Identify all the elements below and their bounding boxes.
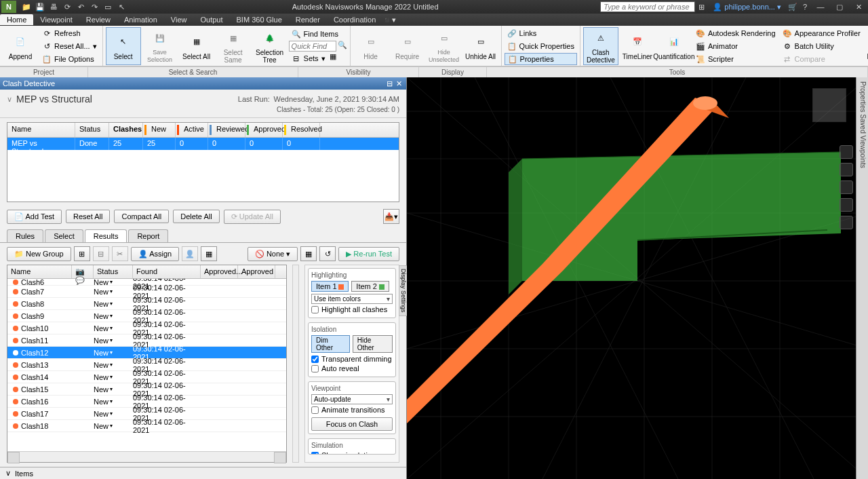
tab-coordination[interactable]: Coordination bbox=[327, 14, 382, 25]
animator-button[interactable]: 🎬Animator bbox=[693, 40, 778, 52]
batch-utility-button[interactable]: ⚙Batch Utility bbox=[780, 40, 863, 52]
rth-approvedby[interactable]: Approved... bbox=[201, 265, 238, 278]
th-reviewed[interactable]: Reviewed bbox=[208, 123, 245, 137]
focus-on-clash-button[interactable]: Focus on Clash bbox=[311, 417, 393, 431]
qat-cursor-icon[interactable]: ↖ bbox=[115, 1, 127, 12]
select-all-button[interactable]: ▦Select All bbox=[179, 27, 214, 65]
search-icon[interactable]: 🔍 bbox=[338, 41, 347, 52]
nav-look-icon[interactable] bbox=[840, 216, 853, 229]
th-name[interactable]: Name bbox=[7, 123, 75, 137]
import-export-button[interactable]: 📥▾ bbox=[383, 209, 399, 224]
cart-icon[interactable]: 🛒 bbox=[787, 1, 799, 12]
rerun-test-button[interactable]: ▶ Re-run Test bbox=[338, 247, 399, 261]
isolate-icon[interactable]: ▦ bbox=[300, 246, 317, 261]
tab-home[interactable]: Home bbox=[0, 14, 33, 25]
subtab-rules[interactable]: Rules bbox=[7, 229, 43, 242]
datatools-button[interactable]: 🗄DataTools bbox=[865, 27, 868, 65]
transparent-dimming-checkbox[interactable]: Transparent dimming bbox=[311, 355, 393, 363]
user-menu[interactable]: 👤 philippe.bonn... ▾ bbox=[707, 3, 787, 12]
panel-close-icon[interactable]: ✕ bbox=[394, 79, 403, 88]
unassign-icon[interactable]: 👤 bbox=[182, 246, 198, 261]
results-vscroll[interactable] bbox=[292, 265, 299, 463]
qat-save-icon[interactable]: 💾 bbox=[34, 1, 46, 12]
th-resolved[interactable]: Resolved bbox=[283, 123, 320, 137]
hide-button[interactable]: ▭Hide bbox=[353, 27, 389, 65]
group-icon[interactable]: ⊞ bbox=[74, 246, 90, 261]
select-button[interactable]: ↖Select bbox=[106, 27, 141, 65]
3d-viewport[interactable]: Properties Saved Viewpoints bbox=[407, 77, 868, 479]
appearance-profiler-button[interactable]: 🎨Appearance Profiler bbox=[780, 27, 863, 39]
append-button[interactable]: 📄Append bbox=[3, 27, 38, 65]
rth-name[interactable]: Name bbox=[7, 265, 72, 278]
links-button[interactable]: 🔗Links bbox=[505, 27, 577, 39]
items-bar[interactable]: ∨ Items bbox=[0, 467, 406, 479]
th-status[interactable]: Status bbox=[75, 123, 109, 137]
nav-orbit-icon[interactable] bbox=[840, 198, 853, 212]
qat-redo-icon[interactable]: ↷ bbox=[88, 1, 100, 12]
restore-button[interactable]: ▢ bbox=[830, 1, 849, 13]
items-expand-icon[interactable]: ∨ bbox=[5, 469, 11, 478]
nav-wheel-icon[interactable] bbox=[840, 145, 853, 159]
hide-other-toggle[interactable]: Hide Other bbox=[353, 335, 393, 353]
qat-select-icon[interactable]: ▭ bbox=[102, 1, 114, 12]
tests-row[interactable]: MEP vs Structural Done 25 25 0 0 0 0 bbox=[7, 138, 399, 150]
subtab-select[interactable]: Select bbox=[45, 229, 83, 242]
highlight-all-checkbox[interactable]: Highlight all clashes bbox=[311, 305, 393, 313]
th-clashes[interactable]: Clashes bbox=[109, 123, 143, 137]
results-hscroll[interactable] bbox=[7, 451, 286, 462]
filter-icon[interactable]: ▦ bbox=[201, 246, 217, 261]
rth-approved[interactable]: Approved bbox=[238, 265, 275, 278]
delete-all-button[interactable]: Delete All bbox=[173, 210, 219, 223]
sets-extra-icon[interactable]: ▦ bbox=[330, 52, 336, 64]
dim-other-toggle[interactable]: Dim Other bbox=[311, 335, 350, 353]
panel-header[interactable]: Clash Detective ⊟ ✕ bbox=[0, 77, 406, 90]
compact-all-button[interactable]: Compact All bbox=[114, 210, 169, 223]
quantification-button[interactable]: 📊Quantification bbox=[656, 27, 692, 65]
assign-button[interactable]: 👤 Assign bbox=[131, 247, 179, 261]
autodesk-rendering-button[interactable]: 🎨Autodesk Rendering bbox=[693, 27, 778, 39]
add-test-button[interactable]: 📄 Add Test bbox=[7, 210, 62, 224]
subtab-results[interactable]: Results bbox=[85, 229, 127, 242]
keyword-search-input[interactable] bbox=[600, 1, 695, 12]
color-mode-select[interactable]: Use item colors bbox=[311, 294, 393, 304]
ungroup-icon[interactable]: ⊟ bbox=[93, 246, 109, 261]
qat-refresh-icon[interactable]: ⟳ bbox=[61, 1, 73, 12]
reset-all-button[interactable]: ↺Reset All... ▾ bbox=[39, 40, 100, 52]
infocenter-icon[interactable]: ⊞ bbox=[695, 1, 707, 12]
sets-button[interactable]: ⊟Sets ▾ bbox=[289, 52, 328, 64]
docked-panel-tabs[interactable]: Properties Saved Viewpoints bbox=[856, 77, 868, 479]
tab-overflow-icon[interactable]: ◾▾ bbox=[382, 16, 395, 24]
qat-print-icon[interactable]: 🖶 bbox=[47, 1, 60, 12]
tab-render[interactable]: Render bbox=[289, 14, 327, 25]
quick-find-input[interactable] bbox=[289, 41, 336, 52]
th-active[interactable]: Active bbox=[176, 123, 208, 137]
properties-button[interactable]: 📋Properties bbox=[505, 53, 577, 65]
unhide-all-button[interactable]: ▭Unhide All bbox=[463, 27, 498, 65]
expand-icon[interactable]: ∨ bbox=[7, 95, 12, 104]
save-selection-button[interactable]: 💾Save Selection bbox=[142, 27, 178, 65]
rth-status[interactable]: Status bbox=[94, 265, 133, 278]
tab-bim360[interactable]: BIM 360 Glue bbox=[230, 14, 289, 25]
rth-icons[interactable]: 📷💬 bbox=[72, 265, 94, 278]
help-icon[interactable]: ? bbox=[799, 1, 811, 12]
update-all-button[interactable]: ⟳ Update All bbox=[224, 210, 281, 224]
item2-toggle[interactable]: Item 2 bbox=[351, 281, 389, 292]
animate-transitions-checkbox[interactable]: Animate transitions bbox=[311, 406, 393, 414]
rth-found[interactable]: Found bbox=[133, 265, 201, 278]
tab-review[interactable]: Review bbox=[79, 14, 117, 25]
panel-pin-icon[interactable]: ⊟ bbox=[384, 79, 394, 88]
hide-unselected-button[interactable]: ▭Hide Unselected bbox=[427, 27, 462, 65]
filter-none-button[interactable]: 🚫 None ▾ bbox=[248, 247, 298, 261]
qat-undo-icon[interactable]: ↶ bbox=[75, 1, 87, 12]
auto-reveal-checkbox[interactable]: Auto reveal bbox=[311, 364, 393, 372]
th-new[interactable]: New bbox=[143, 123, 176, 137]
find-items-button[interactable]: 🔍Find Items bbox=[289, 28, 347, 40]
viewpoint-select[interactable]: Auto-update bbox=[311, 394, 393, 404]
subtab-report[interactable]: Report bbox=[128, 229, 168, 242]
explode-icon[interactable]: ✂ bbox=[112, 246, 128, 261]
selection-tree-button[interactable]: 🌲Selection Tree bbox=[252, 27, 288, 65]
timeliner-button[interactable]: 📅TimeLiner bbox=[620, 27, 655, 65]
tab-output[interactable]: Output bbox=[194, 14, 230, 25]
viewcube[interactable] bbox=[806, 81, 853, 129]
require-button[interactable]: ▭Require bbox=[390, 27, 425, 65]
